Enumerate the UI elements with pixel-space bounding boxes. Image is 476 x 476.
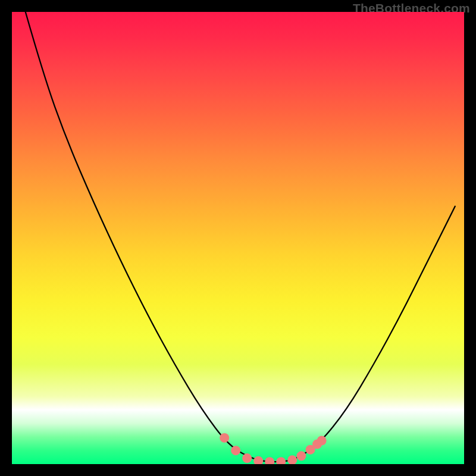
data-marker [287,455,297,464]
markers-layer [220,433,326,464]
curve-layer [26,12,455,462]
data-marker [220,433,229,443]
plot-area [12,12,464,464]
data-marker [296,451,306,461]
bottleneck-curve [26,12,455,462]
data-marker [242,453,252,463]
data-marker [265,457,274,464]
data-marker [253,456,263,464]
data-marker [276,457,286,464]
data-marker [317,436,327,445]
chart-frame: TheBottleneck.com [0,0,476,476]
data-marker [231,446,240,455]
chart-svg [12,12,464,464]
